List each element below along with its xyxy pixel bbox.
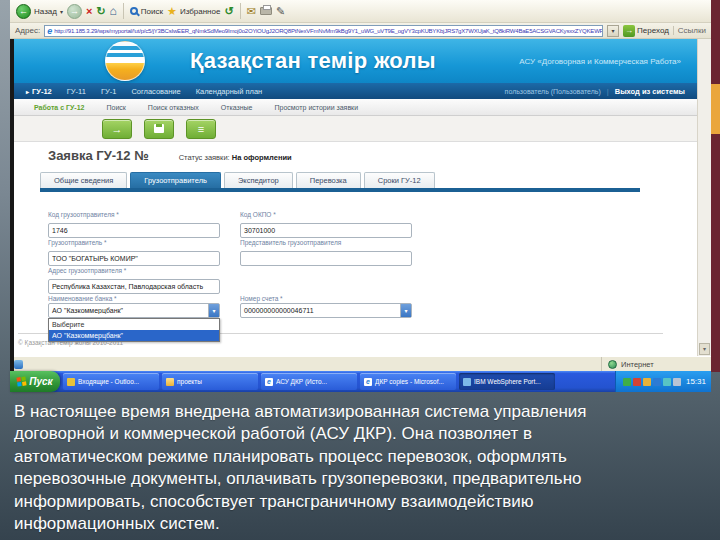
forward-button[interactable]: →	[67, 4, 82, 19]
tray-icon[interactable]	[623, 378, 631, 386]
subtab-rejected[interactable]: Отказные	[221, 104, 253, 111]
tray-icon[interactable]	[633, 378, 641, 386]
search-icon	[130, 7, 138, 15]
list-button[interactable]: ≡	[186, 119, 216, 139]
folder-icon	[166, 378, 174, 386]
form-spacer	[240, 266, 412, 294]
chevron-down-icon[interactable]: ▾	[400, 304, 411, 317]
app-title: Қазақстан темір жолы	[190, 48, 436, 74]
submit-button[interactable]: →	[102, 119, 132, 139]
consignor-address-input[interactable]	[48, 279, 220, 294]
okpo-input[interactable]	[240, 223, 412, 238]
slide-accent-strip	[711, 0, 720, 372]
tray-icon[interactable]	[663, 378, 671, 386]
tray-icon[interactable]	[653, 378, 661, 386]
slide: ← Назад ▾ → × ↻ ⌂ Поиск ★ Избранное ↺ ✉	[0, 0, 720, 540]
nav-active-marker-icon: ▸	[26, 88, 29, 95]
address-label: Адрес:	[15, 26, 40, 35]
bank-select-value: АО "Казкоммерцбанк"	[49, 307, 208, 314]
go-arrow-icon: →	[623, 25, 635, 37]
ie-status-bar: Интернет	[10, 356, 711, 371]
home-button[interactable]: ⌂	[110, 5, 117, 17]
toolbar-divider	[123, 3, 124, 19]
start-button[interactable]: Пуск	[10, 371, 60, 392]
address-input[interactable]: e http://91.185.3.29/wps/myportal/!ut/p/…	[44, 25, 603, 37]
subtab-work-gu12[interactable]: Работа с ГУ-12	[34, 104, 84, 111]
mail-button[interactable]: ✉	[247, 6, 256, 17]
page-viewport: Қазақстан темір жолы АСУ «Договорная и К…	[10, 39, 711, 356]
taskbar-item-outlook[interactable]: Входящие - Outloo...	[63, 373, 159, 390]
account-select[interactable]: 000000000000046711 ▾	[240, 303, 412, 318]
links-label[interactable]: Ссылки	[673, 26, 706, 35]
account-label: Номер счета *	[240, 294, 412, 303]
consignor-input[interactable]	[48, 251, 220, 266]
subtab-history[interactable]: Просмотр истории заявки	[274, 104, 358, 111]
bank-option-placeholder[interactable]: Выберите	[49, 319, 219, 330]
taskbar-item-label: Входящие - Outloo...	[78, 378, 139, 385]
tab-forwarder[interactable]: Экспедитор	[224, 172, 293, 188]
tray-icon[interactable]	[673, 378, 681, 386]
internet-globe-icon	[608, 360, 617, 369]
status-label: Статус заявки:	[179, 153, 230, 162]
tab-transportation[interactable]: Перевозка	[296, 172, 361, 188]
history-button[interactable]: ↺	[224, 6, 233, 17]
windows-taskbar: Пуск Входящие - Outloo... проекты e АСУ …	[10, 371, 711, 392]
subtab-search-rejected[interactable]: Поиск отказных	[148, 104, 199, 111]
tab-gu12-terms[interactable]: Сроки ГУ-12	[364, 172, 435, 188]
bank-select[interactable]: АО "Казкоммерцбанк" ▾	[48, 303, 220, 318]
tab-general[interactable]: Общие сведения	[40, 172, 127, 188]
address-url: http://91.185.3.29/wps/myportal/!ut/p/c5…	[54, 28, 602, 34]
account-field: Номер счета * 000000000000046711 ▾	[240, 294, 412, 322]
okpo-label: Код ОКПО *	[240, 210, 412, 219]
nav-item-calendar-plan[interactable]: Календарный план	[196, 87, 263, 96]
favorites-button[interactable]: ★ Избранное	[167, 6, 220, 17]
back-dropdown-icon[interactable]: ▾	[60, 8, 63, 15]
address-dropdown-icon[interactable]: ▾	[607, 25, 619, 37]
representative-field: Представитель грузоотправителя	[240, 238, 412, 266]
tab-underline	[40, 188, 640, 192]
consignor-address-field: Адрес грузоотправителя *	[48, 266, 220, 294]
taskbar-item-dkr-copies[interactable]: e ДКР copies - Microsof...	[360, 373, 456, 390]
nav-item-gu11[interactable]: ГУ-11	[67, 87, 86, 96]
chevron-down-icon[interactable]: ▾	[208, 304, 219, 317]
search-label: Поиск	[141, 7, 163, 16]
back-button[interactable]: ← Назад ▾	[16, 4, 63, 19]
taskbar-item-label: АСУ ДКР (Исто...	[276, 378, 327, 385]
zone-label: Интернет	[621, 360, 654, 369]
edit-button[interactable]: ✎	[276, 6, 285, 17]
save-button[interactable]	[144, 119, 174, 139]
tab-consignor[interactable]: Грузоотправитель	[130, 172, 221, 188]
stop-button[interactable]: ×	[86, 6, 92, 17]
page-scrollbar[interactable]: ▾	[697, 39, 711, 356]
subtab-search[interactable]: Поиск	[106, 104, 125, 111]
tray-icon[interactable]	[643, 378, 651, 386]
save-disk-icon	[154, 124, 164, 133]
address-bar: Адрес: e http://91.185.3.29/wps/myportal…	[10, 23, 711, 39]
go-button[interactable]: → Переход	[623, 25, 669, 37]
ie-icon: e	[364, 378, 372, 386]
scroll-down-icon[interactable]: ▾	[699, 343, 710, 355]
taskbar-item-websphere-active[interactable]: IBM WebSphere Port...	[459, 373, 555, 390]
nav-item-agreement[interactable]: Согласование	[131, 87, 180, 96]
page-content: Заявка ГУ-12 № Статус заявки: На оформле…	[10, 148, 711, 356]
bank-dropdown-list: Выберите АО "Казкоммерцбанк"	[48, 318, 220, 342]
go-label: Переход	[637, 26, 669, 35]
consignor-code-input[interactable]	[48, 223, 220, 238]
logout-link[interactable]: Выход из системы	[615, 87, 685, 96]
nav-item-gu1[interactable]: ГУ-1	[101, 87, 117, 96]
browser-screenshot: ← Назад ▾ → × ↻ ⌂ Поиск ★ Избранное ↺ ✉	[10, 0, 711, 392]
taskbar-item-asu-dkr[interactable]: e АСУ ДКР (Исто...	[261, 373, 357, 390]
representative-input[interactable]	[240, 251, 412, 266]
print-button[interactable]	[260, 7, 272, 15]
arrow-icon: →	[112, 123, 123, 135]
bank-option-kazkommertsbank[interactable]: АО "Казкоммерцбанк"	[49, 330, 219, 341]
search-button[interactable]: Поиск	[130, 7, 163, 16]
taskbar-item-label: IBM WebSphere Port...	[474, 378, 541, 385]
nav-item-label: ГУ-12	[32, 87, 52, 96]
sub-nav: Работа с ГУ-12 Поиск Поиск отказных Отка…	[10, 99, 711, 116]
refresh-button[interactable]: ↻	[96, 6, 105, 17]
clock: 15:31	[686, 377, 706, 386]
nav-item-gu12[interactable]: ▸ ГУ-12	[26, 87, 52, 96]
taskbar-item-projects-folder[interactable]: проекты	[162, 373, 258, 390]
okpo-field: Код ОКПО *	[240, 210, 412, 238]
